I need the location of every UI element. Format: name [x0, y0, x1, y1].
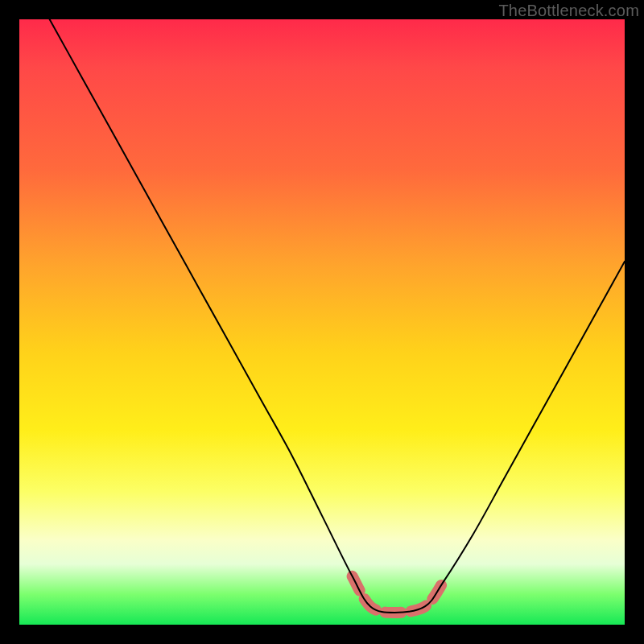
- chart-frame: TheBottleneck.com: [0, 0, 644, 644]
- trough-highlight-band: [353, 576, 444, 613]
- plot-area: [19, 19, 625, 625]
- watermark-text: TheBottleneck.com: [498, 2, 639, 20]
- chart-svg: [19, 19, 625, 625]
- bottleneck-curve: [50, 19, 625, 613]
